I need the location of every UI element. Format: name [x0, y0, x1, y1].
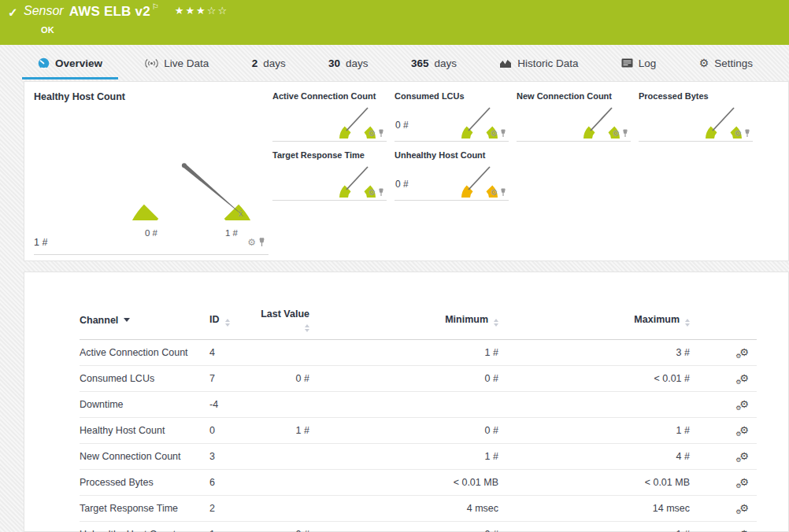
channel-name: New Connection Count [80, 444, 209, 470]
channel-last-value [257, 444, 309, 470]
channel-minimum: 1 # [309, 444, 498, 470]
table-row: Healthy Host Count 0 1 # 0 # 1 # ⚙⚙ [80, 418, 757, 444]
table-row: Consumed LCUs 7 0 # 0 # < 0.01 # ⚙⚙ [80, 366, 757, 392]
column-header-channel[interactable]: Channel [80, 304, 209, 340]
tab-label: Settings [714, 57, 753, 69]
tab-label: days [434, 57, 457, 69]
channel-maximum: 1 # [498, 522, 690, 532]
channel-maximum: 14 msec [498, 496, 690, 522]
gauge-pin-icon[interactable] [378, 129, 384, 138]
channel-id: 4 [209, 340, 257, 366]
channel-name: Downtime [80, 392, 209, 418]
flag-icon[interactable]: ⚐ [152, 2, 159, 11]
tab-live-data[interactable]: Live Data [129, 45, 224, 81]
channel-name: Processed Bytes [80, 470, 209, 496]
gauge-settings-icon[interactable]: ⚙ [369, 188, 376, 197]
channel-settings-icon[interactable]: ⚙⚙ [739, 399, 749, 409]
log-icon [621, 58, 633, 68]
channel-table-panel: Channel ID Last Value Minimum Maximum Ac… [24, 272, 789, 532]
priority-stars[interactable]: ★★★☆☆ [175, 5, 228, 17]
gauge-current-value: 0 # [395, 179, 409, 190]
tab-2-days[interactable]: 2 days [236, 45, 302, 81]
column-header-minimum[interactable]: Minimum [309, 304, 498, 340]
table-header-row: Channel ID Last Value Minimum Maximum [80, 304, 757, 340]
table-row: Target Response Time 2 4 msec 14 msec ⚙⚙ [80, 496, 757, 522]
primary-gauge[interactable] [113, 102, 270, 220]
channel-last-value [257, 496, 309, 522]
channel-last-value [257, 470, 309, 496]
channel-name: Target Response Time [80, 496, 209, 522]
sensor-title: AWS ELB v2 [69, 4, 150, 20]
tab-365-days[interactable]: 365 days [395, 45, 472, 81]
channel-id: 7 [209, 366, 257, 392]
gauge-settings-icon[interactable]: ⚙ [247, 238, 256, 247]
tab-label: Historic Data [517, 57, 578, 69]
channel-maximum: 1 # [498, 418, 690, 444]
column-header-last-value[interactable]: Last Value [257, 304, 309, 340]
channel-id: 0 [209, 418, 257, 444]
gauge-cell-consumed-lcus: Consumed LCUs 0 # ⚙ [394, 90, 509, 142]
channel-settings-icon[interactable]: ⚙⚙ [739, 347, 749, 357]
tab-log[interactable]: Log [606, 45, 672, 81]
gauge-settings-icon[interactable]: ⚙ [491, 188, 498, 197]
gauge-cell-processed-bytes: Processed Bytes ⚙ [639, 90, 753, 142]
channel-settings-icon[interactable]: ⚙⚙ [739, 373, 749, 383]
sort-icon [225, 319, 230, 327]
channel-maximum: < 0.01 MB [498, 470, 690, 496]
gauges-panel: Healthy Host Count 0 # 1 # x̄ 1 # ⚙ Acti… [24, 81, 789, 261]
gauge-pin-icon[interactable] [622, 129, 628, 138]
channel-last-value: 0 # [257, 522, 309, 532]
channel-table-body: Active Connection Count 4 1 # 3 # ⚙⚙ Con… [80, 340, 757, 532]
channel-id: 3 [209, 444, 257, 470]
channel-name: Healthy Host Count [80, 418, 209, 444]
gauge-icon [38, 57, 50, 69]
channel-minimum: 0 # [309, 366, 498, 392]
tab-label: Log [639, 57, 657, 69]
tab-label: Overview [55, 57, 102, 69]
tab-overview[interactable]: Overview [22, 45, 118, 81]
channel-minimum: < 0.01 MB [309, 470, 498, 496]
tab-number: 365 [411, 57, 429, 69]
gauge-pin-icon[interactable] [744, 129, 750, 138]
gauge-settings-icon[interactable]: ⚙ [491, 129, 498, 138]
channel-name: Consumed LCUs [80, 366, 209, 392]
status-check-icon: ✓ [8, 6, 18, 20]
sensor-header: ✓ Sensor AWS ELB v2 ⚐ ★★★☆☆ OK [0, 0, 789, 45]
channel-minimum [309, 392, 498, 418]
gauge-cell-target-response-time: Target Response Time ⚙ [272, 149, 387, 201]
channel-table: Channel ID Last Value Minimum Maximum Ac… [80, 304, 757, 532]
gauge-current-value: 1 # [34, 237, 47, 248]
tab-bar: Overview Live Data 2 days 30 days 365 da… [0, 45, 789, 81]
tab-settings[interactable]: ⚙ Settings [683, 45, 769, 81]
sort-icon [685, 319, 690, 327]
gauge-pin-icon[interactable] [500, 188, 506, 197]
tab-30-days[interactable]: 30 days [313, 45, 384, 81]
channel-last-value [257, 340, 309, 366]
gauge-settings-icon[interactable]: ⚙ [369, 129, 376, 138]
channel-settings-icon[interactable]: ⚙⚙ [739, 451, 749, 461]
channel-settings-icon[interactable]: ⚙⚙ [739, 477, 749, 487]
gauge-settings-icon[interactable]: ⚙ [613, 129, 620, 138]
gauge-pin-icon[interactable] [258, 238, 265, 247]
tab-label: days [263, 57, 286, 69]
broadcast-icon [145, 58, 158, 68]
channel-last-value: 0 # [257, 366, 309, 392]
object-kind-label: Sensor [24, 4, 69, 18]
channel-maximum: 4 # [498, 444, 690, 470]
tab-number: 30 [328, 57, 340, 69]
column-header-maximum[interactable]: Maximum [498, 304, 690, 340]
column-header-id[interactable]: ID [209, 304, 257, 340]
sensor-status: OK [8, 25, 781, 35]
gauge-pin-icon[interactable] [378, 188, 384, 197]
tab-historic-data[interactable]: Historic Data [483, 45, 594, 81]
tab-label: days [346, 57, 369, 69]
sort-icon [494, 319, 498, 327]
channel-id: -4 [209, 392, 257, 418]
channel-settings-icon[interactable]: ⚙⚙ [739, 529, 749, 532]
channel-settings-icon[interactable]: ⚙⚙ [739, 503, 749, 513]
gauge-pin-icon[interactable] [500, 129, 506, 138]
channel-settings-icon[interactable]: ⚙⚙ [739, 425, 749, 435]
table-row: Unhealthy Host Count 1 0 # 0 # 1 # ⚙⚙ [80, 522, 757, 532]
gauge-cell-new-connection-count: New Connection Count ⚙ [517, 90, 631, 142]
gauge-settings-icon[interactable]: ⚙ [735, 129, 742, 138]
